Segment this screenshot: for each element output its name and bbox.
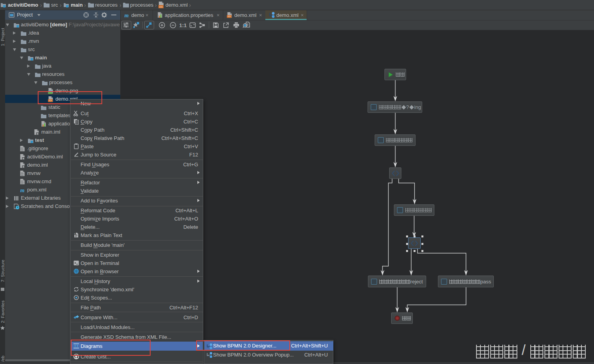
svg-text:x: x [74, 232, 75, 235]
svg-text:<>: <> [159, 5, 163, 9]
